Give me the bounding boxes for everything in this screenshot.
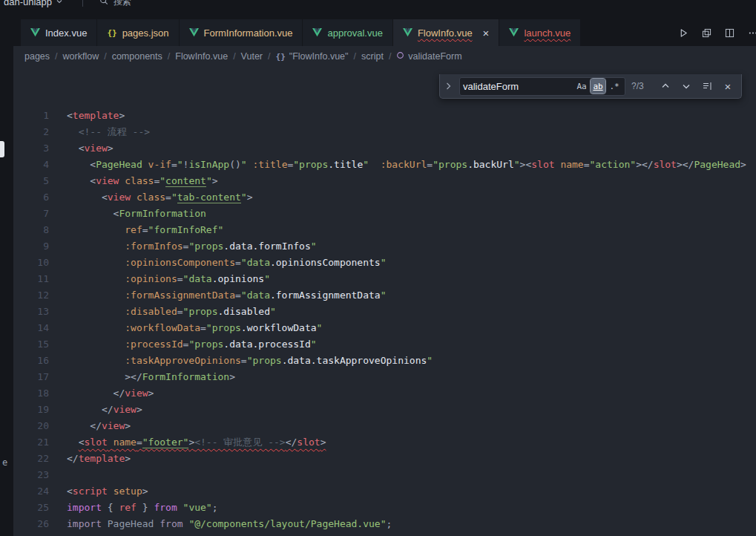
code-line[interactable]: 12 :formAssignmentData="data.formAssignm… — [0, 287, 756, 304]
code-line-content: <FormInformation — [67, 206, 206, 222]
whole-word-button[interactable]: ab — [591, 79, 605, 94]
titlebar-search[interactable]: 搜索 — [99, 0, 131, 8]
tab-label: pages.json — [122, 28, 169, 38]
breadcrumb-item-pages[interactable]: pages — [24, 51, 50, 62]
code-line[interactable]: 3 <view> — [0, 140, 756, 157]
tab-Index.vue[interactable]: Index.vue — [21, 19, 97, 46]
vue-file-icon — [312, 28, 322, 37]
code-line[interactable]: 16 :taskApproveOpinions="props.data.task… — [0, 353, 756, 369]
code-line[interactable]: 1<template> — [0, 108, 756, 124]
code-line[interactable]: 20 </view> — [0, 418, 756, 434]
find-widget: Aa ab .* ?/3 × — [439, 74, 742, 99]
code-line-content: <!-- 流程 --> — [67, 124, 150, 140]
tab-launch.vue[interactable]: launch.vue — [499, 19, 581, 46]
chevron-down-icon[interactable] — [56, 0, 63, 5]
code-line[interactable]: 11 :opinions="data.opinions" — [0, 271, 756, 287]
code-line-content: </view> — [67, 385, 154, 402]
tab-label: FormInformation.vue — [204, 28, 293, 38]
code-line[interactable]: 17 ></FormInformation> — [0, 369, 756, 385]
code-line[interactable]: 14 :workflowData="props.workflowData" — [0, 320, 756, 336]
match-case-button[interactable]: Aa — [574, 79, 589, 94]
code-area[interactable]: 1<template>2 <!-- 流程 -->3 <view>4 <PageH… — [0, 67, 756, 532]
code-line-content: </view> — [67, 418, 131, 434]
code-line-content: :opinionsComponents="data.opinionsCompon… — [67, 255, 387, 271]
code-line[interactable]: 6 <view class="tab-content"> — [0, 189, 756, 206]
breadcrumb-label: workflow — [63, 51, 99, 62]
next-match-button[interactable] — [679, 79, 694, 94]
breadcrumb: pages/workflow/components/FlowInfo.vue/V… — [0, 46, 756, 67]
more-actions-button[interactable] — [744, 23, 756, 42]
symbol-method-icon — [396, 51, 404, 62]
breadcrumb-label: validateForm — [408, 51, 461, 62]
code-line[interactable]: 10 :opinionsComponents="data.opinionsCom… — [0, 255, 756, 271]
code-line[interactable]: 25import { ref } from "vue"; — [0, 500, 756, 516]
vue-file-icon — [509, 28, 519, 37]
breadcrumb-separator: / — [268, 51, 270, 62]
code-line[interactable]: 23 — [0, 467, 756, 483]
breadcrumb-separator: / — [55, 51, 57, 62]
code-line-content: ref="formInfoRef" — [67, 222, 223, 238]
code-line-content: <script setup> — [67, 483, 148, 500]
toggle-replace-chevron[interactable] — [443, 74, 453, 98]
breadcrumb-item-Vuter[interactable]: Vuter — [241, 51, 263, 62]
code-line-content: </view> — [67, 402, 142, 418]
breadcrumb-item-workflow[interactable]: workflow — [63, 51, 99, 62]
code-line[interactable]: 9 :formInfos="props.data.formInfos" — [0, 238, 756, 255]
json-file-icon: {} — [107, 29, 116, 37]
tab-pages.json[interactable]: {}pages.json — [97, 19, 179, 46]
tab-FlowInfo.vue[interactable]: FlowInfo.vue× — [393, 19, 499, 46]
close-find-button[interactable]: × — [720, 79, 735, 94]
close-tab-icon[interactable]: × — [483, 27, 490, 39]
breadcrumb-item-validateForm[interactable]: validateForm — [396, 51, 461, 62]
tab-label: Index.vue — [45, 28, 87, 38]
workspace-name[interactable]: dan-uniapp — [4, 0, 52, 7]
code-line[interactable]: 8 ref="formInfoRef" — [0, 222, 756, 238]
code-line[interactable]: 18 </view> — [0, 385, 756, 402]
code-line[interactable]: 26import PageHead from "@/components/lay… — [0, 516, 756, 532]
code-line[interactable]: 15 :processId="props.data.processId" — [0, 336, 756, 353]
code-line-content: </template> — [67, 451, 131, 467]
breadcrumb-label: components — [112, 51, 162, 62]
code-line[interactable]: 2 <!-- 流程 --> — [0, 124, 756, 140]
tab-approval.vue[interactable]: approval.vue — [303, 19, 392, 46]
previous-match-button[interactable] — [658, 79, 673, 94]
code-line-content: :processId="props.data.processId" — [67, 336, 317, 353]
search-icon — [99, 0, 108, 7]
regex-button[interactable]: .* — [607, 79, 622, 94]
activity-bar-indicator — [0, 141, 4, 157]
open-changes-button[interactable] — [698, 23, 715, 42]
breadcrumb-separator: / — [104, 51, 106, 62]
code-line-content: <slot name="footer"><!-- 审批意见 --></slot> — [67, 434, 326, 451]
editor-actions — [668, 19, 756, 46]
breadcrumb-label: script — [361, 51, 384, 62]
code-line-content: :formInfos="props.data.formInfos" — [67, 238, 317, 255]
breadcrumb-item-FlowInfo.vue[interactable]: {}"FlowInfo.vue" — [276, 51, 349, 62]
split-editor-button[interactable] — [721, 23, 738, 42]
titlebar: dan-uniapp 搜索 — [0, 0, 756, 10]
code-line[interactable]: 21 <slot name="footer"><!-- 审批意见 --></sl… — [0, 434, 756, 451]
breadcrumb-item-FlowInfo.vue[interactable]: FlowInfo.vue — [175, 51, 228, 62]
code-line-content: <view class="tab-content"> — [67, 189, 252, 206]
left-edge-fragment: e — [2, 457, 7, 468]
code-line[interactable]: 19 </view> — [0, 402, 756, 418]
tab-FormInformation.vue[interactable]: FormInformation.vue — [180, 19, 303, 46]
breadcrumb-item-script[interactable]: script — [361, 51, 384, 62]
code-line-content: <PageHead v-if="!isInApp()" :title="prop… — [67, 157, 746, 173]
editor-pane[interactable]: 1<template>2 <!-- 流程 -->3 <view>4 <PageH… — [0, 67, 756, 536]
code-line-content: :disabled="props.disabled" — [67, 304, 276, 320]
find-in-selection-button[interactable] — [700, 79, 714, 94]
run-button[interactable] — [675, 23, 692, 42]
find-input[interactable] — [463, 81, 573, 92]
breadcrumb-item-components[interactable]: components — [112, 51, 162, 62]
code-line[interactable]: 13 :disabled="props.disabled" — [0, 304, 756, 320]
code-line[interactable]: 24<script setup> — [0, 483, 756, 500]
find-results-count: ?/3 — [631, 81, 652, 91]
tab-label: launch.vue — [524, 28, 571, 38]
code-line[interactable]: 4 <PageHead v-if="!isInApp()" :title="pr… — [0, 157, 756, 173]
code-line-content: ></FormInformation> — [67, 369, 235, 385]
breadcrumb-label: FlowInfo.vue — [175, 51, 228, 62]
code-line[interactable]: 22</template> — [0, 451, 756, 467]
code-line[interactable]: 5 <view class="content"> — [0, 173, 756, 189]
code-line[interactable]: 7 <FormInformation — [0, 206, 756, 222]
search-label: 搜索 — [114, 0, 131, 8]
